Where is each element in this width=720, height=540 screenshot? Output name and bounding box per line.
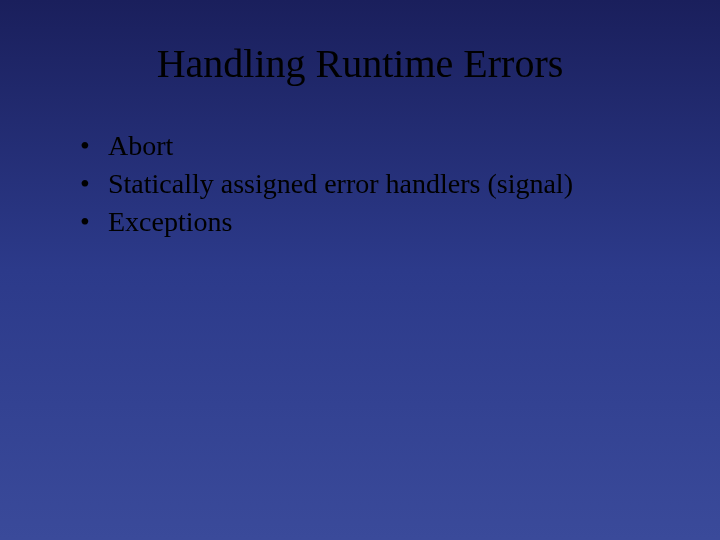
slide-title: Handling Runtime Errors [60,40,660,87]
bullet-list: Abort Statically assigned error handlers… [80,127,660,240]
list-item: Exceptions [80,203,660,241]
list-item: Abort [80,127,660,165]
list-item: Statically assigned error handlers (sign… [80,165,660,203]
slide: Handling Runtime Errors Abort Statically… [0,0,720,540]
